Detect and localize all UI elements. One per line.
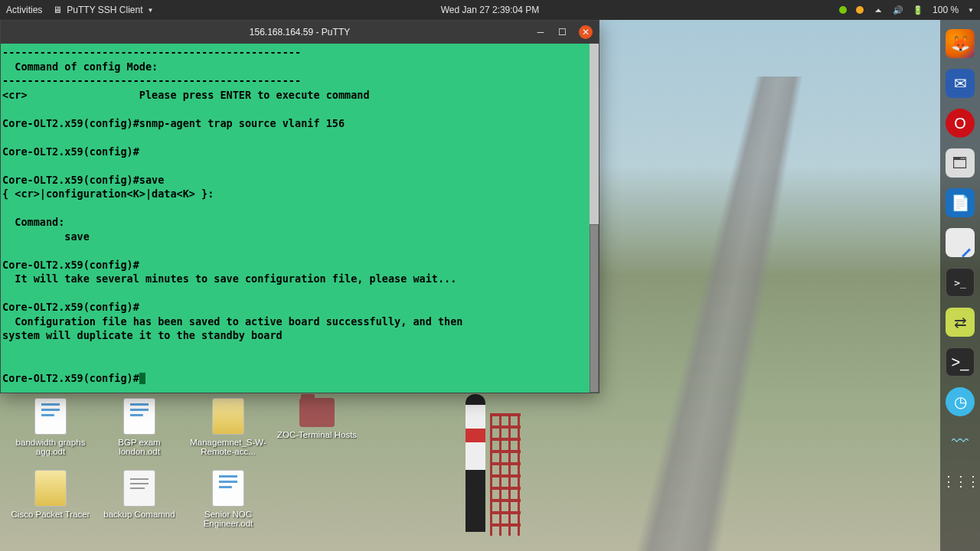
putty-window: 156.168.164.59 - PuTTY ─ ☐ ✕ -----------… — [0, 20, 599, 393]
dock-putty[interactable]: ⇄ — [946, 308, 975, 337]
txt-icon — [123, 470, 155, 507]
desktop-icon[interactable]: Managemnet_S-W-Remote-acc... — [184, 398, 273, 456]
putty-title: 156.168.164.59 - PuTTY — [250, 27, 350, 37]
terminal-scrollbar[interactable] — [590, 44, 599, 393]
desktop-icon-label: Managemnet_S-W-Remote-acc... — [185, 438, 271, 456]
doc-icon — [212, 470, 244, 507]
terminal-scroll-thumb[interactable] — [590, 224, 599, 393]
app-menu-label: PuTTY SSH Client — [67, 5, 142, 15]
dock-files[interactable]: 🗔 — [946, 148, 975, 178]
putty-titlebar[interactable]: 156.168.164.59 - PuTTY ─ ☐ ✕ — [1, 21, 599, 44]
system-menu-chevron-icon[interactable]: ▼ — [968, 7, 974, 14]
dock-terminal-2[interactable]: >_ — [946, 347, 975, 377]
putty-tray-icon: 🖥 — [53, 5, 62, 15]
volume-icon[interactable]: 🔊 — [893, 5, 903, 15]
desktop-icon-label: Senior NOC Engineer.odt — [185, 510, 271, 528]
dock-firefox[interactable]: 🦊 — [946, 29, 975, 58]
desktop-icon-label: BGP exam london.odt — [96, 438, 182, 456]
folder-icon — [299, 398, 335, 427]
dock: 🦊 ✉ O 🗔 📄 >_ ⇄ >_ ◷ 〰 ⋮⋮⋮ — [940, 20, 980, 551]
wallpaper-tower — [490, 413, 521, 536]
desktop-icon-label: backup Comamnd — [103, 510, 175, 519]
terminal-text: ----------------------------------------… — [2, 46, 462, 384]
doc-icon — [34, 398, 67, 435]
desktop-icon-label: ZOC-Terminal Hosts — [277, 430, 357, 439]
maximize-button[interactable]: ☐ — [551, 21, 573, 43]
system-tray: ⏶ 🔊 🔋 100 % ▼ — [839, 5, 974, 15]
desktop-icon[interactable]: ZOC-Terminal Hosts — [273, 398, 361, 456]
desktop-icon[interactable]: backup Comamnd — [95, 470, 184, 528]
terminal-body[interactable]: ----------------------------------------… — [1, 44, 599, 393]
clock[interactable]: Wed Jan 27 2:39:04 PM — [441, 5, 540, 15]
dock-thunderbird[interactable]: ✉ — [946, 69, 975, 98]
desktop-icon[interactable]: Cisco Packet Tracer — [6, 470, 95, 528]
chevron-down-icon: ▼ — [148, 7, 154, 14]
doc-icon — [123, 398, 155, 435]
dock-opera[interactable]: O — [946, 109, 975, 138]
app-icon — [212, 398, 244, 435]
app-menu[interactable]: 🖥 PuTTY SSH Client ▼ — [53, 5, 153, 15]
desktop-icon-area: bandwidth graphs agg.odtBGP exam london.… — [6, 398, 466, 542]
terminal-cursor — [139, 373, 145, 384]
dock-show-apps[interactable]: ⋮⋮⋮ — [946, 467, 975, 496]
desktop-icon[interactable]: bandwidth graphs agg.odt — [6, 398, 95, 456]
network-icon[interactable]: ⏶ — [873, 5, 884, 15]
desktop-icon[interactable]: BGP exam london.odt — [95, 398, 184, 456]
gnome-topbar: Activities 🖥 PuTTY SSH Client ▼ Wed Jan … — [0, 0, 980, 20]
activities-button[interactable]: Activities — [6, 5, 42, 15]
battery-percent: 100 % — [933, 5, 959, 15]
close-button[interactable]: ✕ — [579, 25, 593, 39]
desktop-icon-label: Cisco Packet Tracer — [11, 510, 90, 519]
wallpaper-rocket — [466, 394, 485, 532]
dock-writer[interactable]: 📄 — [946, 188, 975, 217]
minimize-button[interactable]: ─ — [530, 21, 551, 43]
app-icon — [34, 470, 67, 507]
battery-icon[interactable]: 🔋 — [913, 5, 923, 15]
dock-gedit[interactable] — [946, 228, 975, 257]
dock-edge[interactable]: 〰 — [946, 427, 975, 456]
desktop-icon-label: bandwidth graphs agg.odt — [8, 438, 93, 456]
dock-winbox[interactable]: ◷ — [946, 387, 975, 416]
dock-terminal[interactable]: >_ — [946, 268, 975, 297]
desktop-icon[interactable]: Senior NOC Engineer.odt — [184, 470, 273, 528]
status-green-icon[interactable] — [839, 6, 847, 14]
status-orange-icon[interactable] — [856, 6, 864, 14]
